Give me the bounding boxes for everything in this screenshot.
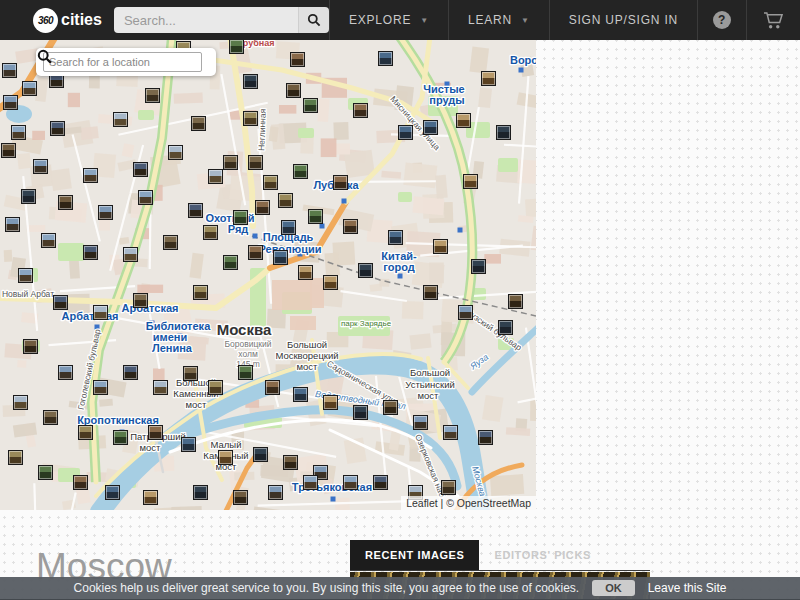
photo-marker[interactable] — [11, 125, 26, 140]
photo-marker[interactable] — [286, 83, 301, 98]
photo-marker[interactable] — [383, 400, 398, 415]
photo-marker[interactable] — [138, 190, 153, 205]
photo-marker[interactable] — [133, 162, 148, 177]
photo-marker[interactable] — [303, 475, 318, 490]
photo-marker[interactable] — [398, 125, 413, 140]
photo-marker[interactable] — [83, 168, 98, 183]
photo-marker[interactable] — [441, 480, 456, 495]
photo-marker[interactable] — [388, 230, 403, 245]
photo-marker[interactable] — [1, 143, 16, 158]
photo-marker[interactable] — [343, 475, 358, 490]
header-search-input[interactable] — [114, 7, 298, 33]
photo-marker[interactable] — [333, 175, 348, 190]
photo-marker[interactable] — [163, 235, 178, 250]
photo-marker[interactable] — [248, 155, 263, 170]
photo-marker[interactable] — [443, 425, 458, 440]
photo-marker[interactable] — [93, 380, 108, 395]
photo-marker[interactable] — [22, 81, 37, 96]
photo-marker[interactable] — [353, 103, 368, 118]
photo-marker[interactable] — [41, 233, 56, 248]
photo-marker[interactable] — [43, 410, 58, 425]
nav-cart[interactable] — [746, 0, 800, 40]
photo-marker[interactable] — [58, 195, 73, 210]
photo-marker[interactable] — [38, 465, 53, 480]
photo-marker[interactable] — [456, 113, 471, 128]
header-search-button[interactable] — [298, 7, 329, 33]
photo-marker[interactable] — [233, 490, 248, 505]
photo-marker[interactable] — [123, 247, 138, 262]
photo-marker[interactable] — [50, 121, 65, 136]
photo-marker[interactable] — [191, 116, 206, 131]
map-container[interactable]: ЛубянкаОхотныйРядПлощадьРеволюцииКитай-г… — [0, 40, 536, 510]
photo-marker[interactable] — [193, 485, 208, 500]
photo-marker[interactable] — [508, 294, 523, 309]
photo-marker[interactable] — [18, 268, 33, 283]
photo-marker[interactable] — [208, 380, 223, 395]
photo-marker[interactable] — [283, 455, 298, 470]
photo-marker[interactable] — [233, 210, 248, 225]
photo-marker[interactable] — [105, 485, 120, 500]
photo-marker[interactable] — [229, 40, 244, 54]
photo-marker[interactable] — [281, 220, 296, 235]
photo-marker[interactable] — [218, 450, 233, 465]
photo-marker[interactable] — [188, 203, 203, 218]
photo-marker[interactable] — [53, 295, 68, 310]
photo-marker[interactable] — [243, 111, 258, 126]
photo-marker[interactable] — [433, 239, 448, 254]
photo-marker[interactable] — [255, 200, 270, 215]
photo-marker[interactable] — [208, 169, 223, 184]
photo-marker[interactable] — [273, 250, 288, 265]
photo-marker[interactable] — [265, 380, 280, 395]
photo-marker[interactable] — [183, 366, 198, 381]
photo-marker[interactable] — [5, 217, 20, 232]
photo-marker[interactable] — [253, 447, 268, 462]
photo-marker[interactable] — [323, 395, 338, 410]
photo-marker[interactable] — [413, 415, 428, 430]
photo-marker[interactable] — [343, 219, 358, 234]
photo-marker[interactable] — [3, 95, 18, 110]
photo-marker[interactable] — [481, 71, 496, 86]
site-logo[interactable]: 360 cities — [33, 8, 102, 33]
tab-editors-picks[interactable]: EDITORS' PICKS — [479, 540, 605, 570]
photo-marker[interactable] — [463, 174, 478, 189]
photo-marker[interactable] — [238, 365, 253, 380]
cookie-leave-link[interactable]: Leave this Site — [648, 581, 727, 595]
photo-marker[interactable] — [471, 259, 486, 274]
photo-marker[interactable] — [323, 275, 338, 290]
photo-marker[interactable] — [168, 145, 183, 160]
photo-marker[interactable] — [223, 255, 238, 270]
photo-marker[interactable] — [263, 175, 278, 190]
cookie-ok-button[interactable]: OK — [592, 580, 635, 596]
photo-marker[interactable] — [293, 164, 308, 179]
photo-marker[interactable] — [496, 125, 511, 140]
nav-signup-signin[interactable]: SIGN UP/SIGN IN — [549, 0, 697, 40]
photo-marker[interactable] — [113, 112, 128, 127]
photo-marker[interactable] — [83, 245, 98, 260]
photo-marker[interactable] — [478, 430, 493, 445]
photo-marker[interactable] — [23, 339, 38, 354]
photo-marker[interactable] — [13, 395, 28, 410]
photo-marker[interactable] — [2, 63, 17, 78]
map-attribution[interactable]: Leaflet | © OpenStreetMap — [401, 496, 536, 510]
photo-marker[interactable] — [303, 98, 318, 113]
photo-marker[interactable] — [243, 74, 258, 89]
photo-marker[interactable] — [78, 425, 93, 440]
photo-marker[interactable] — [458, 305, 473, 320]
nav-learn[interactable]: LEARN ▼ — [448, 0, 549, 40]
photo-marker[interactable] — [278, 193, 293, 208]
photo-marker[interactable] — [308, 209, 323, 224]
photo-marker[interactable] — [73, 475, 88, 490]
photo-marker[interactable] — [33, 159, 48, 174]
photo-marker[interactable] — [193, 285, 208, 300]
photo-marker[interactable] — [268, 485, 283, 500]
photo-marker[interactable] — [498, 320, 513, 335]
photo-marker[interactable] — [293, 387, 308, 402]
photo-marker[interactable] — [133, 293, 148, 308]
photo-marker[interactable] — [248, 245, 263, 260]
photo-marker[interactable] — [8, 450, 23, 465]
map-search-input[interactable] — [43, 52, 202, 72]
photo-marker[interactable] — [148, 425, 163, 440]
photo-marker[interactable] — [98, 205, 113, 220]
tab-recent-images[interactable]: RECENT IMAGES — [350, 540, 479, 570]
photo-marker[interactable] — [203, 225, 218, 240]
